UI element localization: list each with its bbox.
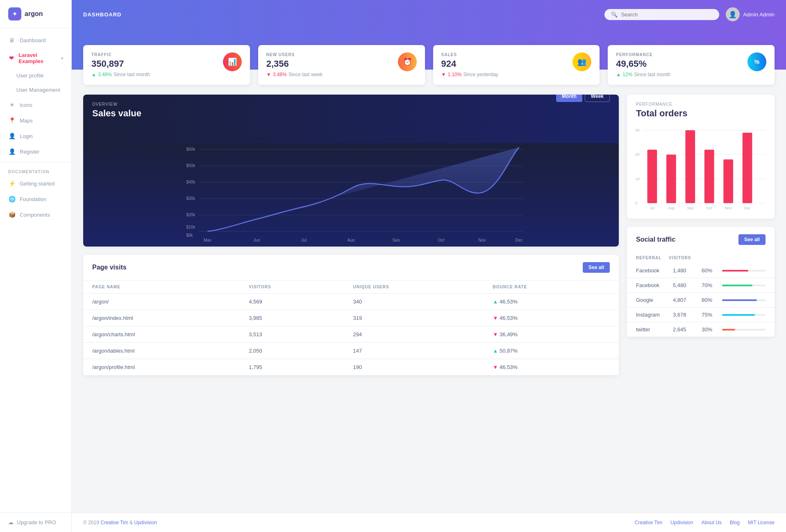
svg-text:$60k: $60k bbox=[186, 147, 196, 152]
sidebar-item-user-management[interactable]: User Management bbox=[0, 83, 71, 97]
page-title: DASHBOARD bbox=[83, 11, 122, 18]
footer-link-about[interactable]: About Us bbox=[701, 520, 721, 525]
page-visits-see-all-button[interactable]: See all bbox=[583, 262, 610, 273]
svg-rect-35 bbox=[704, 150, 714, 203]
upgrade-button[interactable]: ☁ Upgrade to PRO bbox=[8, 519, 63, 525]
table-row: /argon/index.html 3,985 319 ▼ 46,53% bbox=[83, 310, 619, 326]
nav-item-left: ❤ Laravel Examples bbox=[8, 52, 57, 64]
progress-bar-container bbox=[722, 329, 766, 331]
header-right: 🔍 👤 Admin Admin bbox=[604, 7, 775, 21]
search-box[interactable]: 🔍 bbox=[604, 9, 719, 20]
search-input[interactable] bbox=[621, 11, 713, 18]
progress-bar-container bbox=[722, 270, 766, 272]
page-visits-table: PAGE NAME VISITORS UNIQUE USERS BOUNCE R… bbox=[83, 280, 619, 376]
stat-change-value: 3.48% bbox=[98, 72, 112, 77]
social-visitors: 2,645 bbox=[673, 326, 697, 333]
svg-text:$20k: $20k bbox=[186, 213, 196, 217]
svg-rect-31 bbox=[666, 154, 676, 203]
sidebar-logo: ✦ argon bbox=[0, 0, 71, 25]
footer-link-creative-tim[interactable]: Creative Tim bbox=[100, 520, 128, 525]
svg-text:30: 30 bbox=[635, 128, 640, 132]
cell-visitors: 2,050 bbox=[240, 343, 344, 359]
stat-info: TRAFFIC 350,897 ▲ 3.48% Since last month bbox=[91, 52, 150, 77]
social-visitors: 1,480 bbox=[673, 267, 697, 274]
sidebar-item-foundation[interactable]: 🌐 Foundation bbox=[0, 191, 71, 207]
week-button[interactable]: Week bbox=[585, 95, 610, 102]
social-pct: 75% bbox=[702, 312, 718, 318]
social-table-header: REFERRAL VISITORS bbox=[627, 252, 775, 263]
svg-text:Nov: Nov bbox=[479, 238, 486, 242]
social-name: Instagram bbox=[636, 312, 669, 318]
stat-change-value: 12% bbox=[622, 72, 632, 77]
svg-text:$50k: $50k bbox=[186, 163, 196, 168]
chevron-down-icon: ▾ bbox=[61, 56, 63, 61]
chart-body: $60k $50k $40k $30k $20k $10k $0k bbox=[83, 143, 619, 247]
svg-text:Dec: Dec bbox=[516, 238, 523, 242]
col-unique-users: UNIQUE USERS bbox=[344, 281, 484, 294]
month-button[interactable]: Month bbox=[556, 95, 582, 102]
sidebar-item-user-profile[interactable]: User profile bbox=[0, 68, 71, 83]
stat-card-traffic: TRAFFIC 350,897 ▲ 3.48% Since last month… bbox=[83, 45, 250, 85]
progress-bar-container bbox=[722, 299, 766, 301]
desktop-icon: 🖥 bbox=[8, 36, 16, 44]
total-orders-card: PERFORMANCE Total orders 30 20 10 0 bbox=[627, 95, 775, 219]
sidebar-item-components[interactable]: 📦 Components bbox=[0, 207, 71, 222]
list-item: Facebook 5,480 70% bbox=[627, 278, 775, 293]
stat-since: Since last month bbox=[114, 72, 150, 77]
content-right: PERFORMANCE Total orders 30 20 10 0 bbox=[627, 95, 775, 503]
col-visitors: VISITORS bbox=[240, 281, 344, 294]
social-name: twitter bbox=[636, 326, 669, 333]
total-orders-svg: 30 20 10 0 Jul Aug bbox=[632, 124, 770, 214]
stat-label: SALES bbox=[441, 52, 498, 57]
cloud-icon: ☁ bbox=[8, 519, 14, 525]
stat-card-new-users: NEW USERS 2,356 ▼ 3.48% Since last week … bbox=[258, 45, 425, 85]
sidebar-item-laravel[interactable]: ❤ Laravel Examples ▾ bbox=[0, 48, 71, 68]
stat-info: NEW USERS 2,356 ▼ 3.48% Since last week bbox=[266, 52, 323, 77]
svg-text:20: 20 bbox=[635, 152, 640, 156]
progress-bar-container bbox=[722, 314, 766, 316]
svg-text:Nov: Nov bbox=[725, 206, 731, 210]
perf-overview-label: PERFORMANCE bbox=[636, 102, 766, 106]
svg-text:$0k: $0k bbox=[186, 233, 193, 238]
sidebar-item-login[interactable]: 👤 Login bbox=[0, 128, 71, 144]
stat-change: ▲ 3.48% Since last month bbox=[91, 72, 150, 77]
svg-text:Aug: Aug bbox=[348, 238, 355, 242]
footer: © 2019 Creative Tim & Updivision Creativ… bbox=[72, 513, 786, 532]
footer-link-updivision[interactable]: Updivision bbox=[134, 520, 157, 525]
footer-link-updivision-2[interactable]: Updivision bbox=[670, 520, 693, 525]
sales-chart-svg: $60k $50k $40k $30k $20k $10k $0k bbox=[88, 143, 614, 242]
upgrade-label: Upgrade to PRO bbox=[17, 519, 56, 525]
stat-card-sales: SALES 924 ▼ 1.10% Since yesterday 👥 bbox=[433, 45, 600, 85]
sidebar-item-icons[interactable]: ☀ Icons bbox=[0, 97, 71, 113]
footer-link-creative-tim-2[interactable]: Creative Tim bbox=[635, 520, 662, 525]
sidebar-item-register[interactable]: 👤 Register bbox=[0, 144, 71, 159]
laravel-icon: ❤ bbox=[8, 54, 14, 62]
sidebar-item-label: Laravel Examples bbox=[18, 52, 57, 64]
table-row: /argon/profile.html 1,795 190 ▼ 46,53% bbox=[83, 359, 619, 376]
footer-copyright: © 2019 Creative Tim & Updivision bbox=[83, 520, 157, 525]
stat-info: SALES 924 ▼ 1.10% Since yesterday bbox=[441, 52, 498, 77]
sidebar-item-getting-started[interactable]: ⚡ Getting started bbox=[0, 176, 71, 191]
sidebar-nav: 🖥 Dashboard ❤ Laravel Examples ▾ User pr… bbox=[0, 31, 71, 512]
svg-text:Sep: Sep bbox=[393, 238, 400, 242]
content-left: OVERVIEW Sales value Month Week $60k $50… bbox=[83, 95, 619, 503]
table-row: /argon/charts.html 3,513 294 ▼ 36,49% bbox=[83, 326, 619, 343]
col-referral: REFERRAL bbox=[636, 256, 669, 260]
footer-link-license[interactable]: MIT License bbox=[748, 520, 775, 525]
cell-visitors: 1,795 bbox=[240, 359, 344, 376]
sidebar-item-maps[interactable]: 📍 Maps bbox=[0, 113, 71, 128]
stat-change-value: 1.10% bbox=[448, 72, 461, 77]
social-traffic-see-all-button[interactable]: See all bbox=[738, 234, 766, 245]
doc-section-label: DOCUMENTATION bbox=[0, 165, 71, 176]
search-icon: 🔍 bbox=[611, 11, 618, 18]
footer-link-blog[interactable]: Blog bbox=[730, 520, 740, 525]
stat-change: ▼ 1.10% Since yesterday bbox=[441, 72, 498, 77]
progress-bar-container bbox=[722, 285, 766, 286]
svg-text:Oct: Oct bbox=[438, 238, 445, 242]
sidebar-item-dashboard[interactable]: 🖥 Dashboard bbox=[0, 32, 71, 48]
svg-text:$30k: $30k bbox=[186, 196, 196, 201]
cell-visitors: 3,985 bbox=[240, 310, 344, 326]
progress-bar bbox=[722, 299, 757, 301]
cell-unique: 319 bbox=[344, 310, 484, 326]
stat-icon-performance: % bbox=[747, 52, 766, 71]
